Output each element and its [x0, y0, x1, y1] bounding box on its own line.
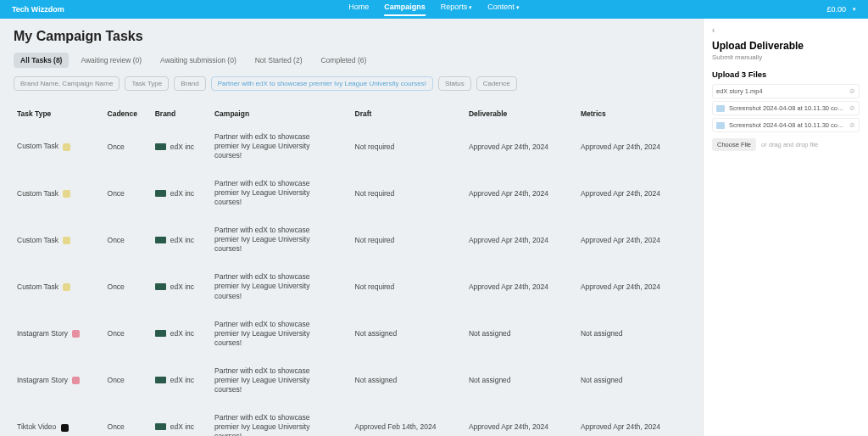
cell-metrics: Approved Apr 24th, 2024 — [577, 170, 689, 216]
filter-campaign[interactable]: Partner with edX to showcase premier Ivy… — [211, 76, 433, 91]
cell-campaign: Partner with edX to showcase premier Ivy… — [211, 216, 352, 263]
cell-draft: Not required — [352, 216, 465, 263]
cell-tasktype: Instagram Story — [14, 310, 104, 357]
cell-tasktype: Custom Task — [14, 263, 104, 310]
cell-draft: Not required — [352, 263, 465, 310]
col-metrics: Metrics — [577, 104, 689, 123]
upload-heading: Upload 3 Files — [712, 70, 860, 79]
brand-logo-icon — [155, 377, 166, 383]
tasktype-icon — [63, 283, 70, 291]
filter-bar: Brand Name, Campaign Name Task Type Bran… — [14, 76, 689, 91]
table-row[interactable]: Instagram Story OnceedX incPartner with … — [14, 357, 689, 404]
top-nav: Home Campaigns Reports▾ Content▾ — [348, 3, 520, 16]
brand-logo-icon — [155, 143, 166, 150]
task-tabs: All Tasks (8)Awaiting review (0)Awaiting… — [14, 53, 689, 68]
panel-subtitle: Submit manually — [712, 53, 860, 61]
table-row[interactable]: Instagram Story OnceedX incPartner with … — [14, 310, 689, 357]
cell-metrics: Approved Apr 24th, 2024 — [577, 123, 689, 170]
page-title: My Campaign Tasks — [14, 29, 689, 44]
chevron-down-icon[interactable]: ▾ — [853, 6, 856, 13]
cell-cadence: Once — [104, 216, 152, 263]
cell-metrics: Approved Apr 24th, 2024 — [577, 216, 689, 263]
cell-tasktype: Instagram Story — [14, 357, 104, 404]
cell-metrics: Not assigned — [577, 357, 689, 404]
tab[interactable]: Awaiting review (0) — [74, 53, 148, 68]
file-thumb-icon — [716, 122, 725, 129]
brand-logo-icon — [155, 330, 166, 337]
filter-search[interactable]: Brand Name, Campaign Name — [14, 76, 120, 91]
brand-logo-icon — [155, 423, 166, 430]
topbar: Tech Wizzdom Home Campaigns Reports▾ Con… — [0, 0, 868, 19]
cell-campaign: Partner with edX to showcase premier Ivy… — [211, 170, 352, 216]
cell-brand: edX inc — [152, 310, 211, 357]
file-row: Screenshot 2024-04-08 at 10.11.30 copy.p… — [712, 118, 860, 132]
file-name: edX story 1.mp4 — [716, 87, 845, 95]
tasktype-icon — [61, 424, 69, 432]
tab[interactable]: Completed (6) — [314, 53, 373, 68]
cell-tasktype: Custom Task — [14, 170, 104, 216]
col-deliverable: Deliverable — [465, 104, 577, 123]
filter-status[interactable]: Status — [438, 76, 471, 91]
cell-draft: Not assigned — [352, 310, 465, 357]
cell-tasktype: Tiktok Video — [14, 404, 104, 436]
table-row[interactable]: Custom Task OnceedX incPartner with edX … — [14, 123, 689, 170]
cell-deliverable: Approved Apr 24th, 2024 — [465, 216, 577, 263]
cell-brand: edX inc — [152, 263, 211, 310]
cell-deliverable: Approved Apr 24th, 2024 — [465, 404, 577, 436]
cell-cadence: Once — [104, 170, 152, 216]
choose-file-button[interactable]: Choose File — [712, 138, 756, 151]
cell-draft: Not assigned — [352, 357, 465, 404]
cell-campaign: Partner with edX to showcase premier Ivy… — [211, 357, 352, 404]
cell-brand: edX inc — [152, 216, 211, 263]
col-campaign: Campaign — [211, 104, 352, 123]
table-row[interactable]: Custom Task OnceedX incPartner with edX … — [14, 263, 689, 310]
cell-draft: Approved Feb 14th, 2024 — [352, 404, 465, 436]
remove-file-icon[interactable]: ⊘ — [849, 87, 855, 95]
cell-metrics: Approved Apr 24th, 2024 — [577, 404, 689, 436]
remove-file-icon[interactable]: ⊘ — [849, 104, 855, 112]
table-row[interactable]: Custom Task OnceedX incPartner with edX … — [14, 170, 689, 216]
table-row[interactable]: Custom Task OnceedX incPartner with edX … — [14, 216, 689, 263]
nav-content[interactable]: Content▾ — [487, 3, 520, 16]
filter-brand[interactable]: Brand — [174, 76, 205, 91]
filter-cadence[interactable]: Cadence — [476, 76, 517, 91]
nav-reports[interactable]: Reports▾ — [441, 3, 473, 16]
tasks-table: Task Type Cadence Brand Campaign Draft D… — [14, 104, 689, 436]
cell-cadence: Once — [104, 263, 152, 310]
tab[interactable]: Not Started (2) — [248, 53, 309, 68]
col-draft: Draft — [352, 104, 465, 123]
cell-cadence: Once — [104, 357, 152, 404]
file-row: Screenshot 2024-04-08 at 10.11.30 copy 2… — [712, 101, 860, 115]
cell-deliverable: Approved Apr 24th, 2024 — [465, 263, 577, 310]
remove-file-icon[interactable]: ⊘ — [849, 121, 855, 129]
tasktype-icon — [72, 330, 80, 338]
nav-campaigns[interactable]: Campaigns — [384, 3, 426, 16]
cell-deliverable: Approved Apr 24th, 2024 — [465, 170, 577, 216]
nav-home[interactable]: Home — [348, 3, 369, 16]
drag-hint: or drag and drop file — [761, 141, 818, 148]
filter-tasktype[interactable]: Task Type — [125, 76, 169, 91]
tab[interactable]: Awaiting submission (0) — [153, 53, 243, 68]
file-thumb-icon — [716, 105, 725, 112]
cell-draft: Not required — [352, 123, 465, 170]
brand-logo-icon — [155, 237, 166, 243]
tasktype-icon — [63, 237, 70, 244]
cell-cadence: Once — [104, 404, 152, 436]
cell-brand: edX inc — [152, 170, 211, 216]
cell-campaign: Partner with edX to showcase premier Ivy… — [211, 263, 352, 310]
cell-deliverable: Approved Apr 24th, 2024 — [465, 123, 577, 170]
col-cadence: Cadence — [104, 104, 152, 123]
table-row[interactable]: Tiktok Video OnceedX incPartner with edX… — [14, 404, 689, 436]
cell-brand: edX inc — [152, 357, 211, 404]
cell-tasktype: Custom Task — [14, 123, 104, 170]
cell-tasktype: Custom Task — [14, 216, 104, 263]
cell-metrics: Not assigned — [577, 310, 689, 357]
back-button[interactable]: ‹ — [712, 25, 860, 35]
chevron-down-icon: ▾ — [469, 4, 472, 14]
balance[interactable]: £0.00 — [826, 5, 846, 14]
tab[interactable]: All Tasks (8) — [14, 53, 69, 68]
cell-cadence: Once — [104, 310, 152, 357]
topbar-right: £0.00 ▾ — [826, 5, 856, 14]
file-name: Screenshot 2024-04-08 at 10.11.30 copy.p… — [729, 121, 845, 129]
col-brand: Brand — [152, 104, 211, 123]
